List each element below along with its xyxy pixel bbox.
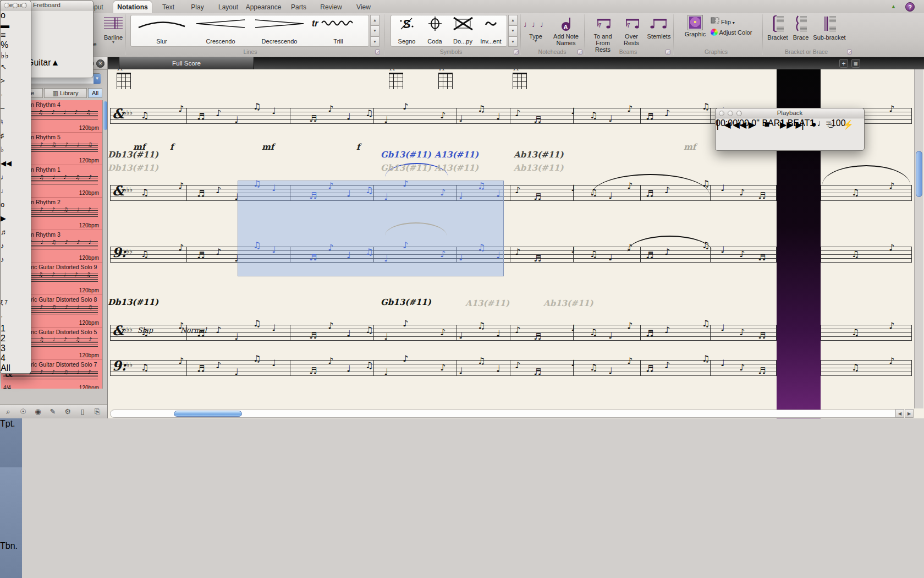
close-light-icon[interactable] [4,3,9,8]
ribbon-item-to-and-from-rests[interactable]: 𝄾7To and From Rests [587,15,618,53]
quarter-note-key[interactable]: ♩ [1,171,15,184]
record-button[interactable]: ● [811,119,827,132]
ribbon-item-type[interactable]: ♩♩♩Type▾ [524,15,548,43]
ideas-scrollbar[interactable] [102,100,107,389]
gallery-scroll-down-icon[interactable]: ▼ [508,25,518,36]
move-playback-line-to-end-button[interactable]: ▶▏ [796,119,812,132]
playback-titlebar[interactable]: Playback [716,108,864,118]
gallery-scroll-up-icon[interactable]: ▲ [370,15,380,25]
tenuto-key[interactable]: – [1,102,15,116]
score-vertical-scrollbar[interactable] [914,69,923,408]
rhythm-dot-key[interactable]: · [1,310,15,324]
ideas-scrollbar-thumb[interactable] [103,101,107,130]
keypad-voice-4-button[interactable]: 4 [1,353,31,363]
sixteenth-note-key[interactable]: ♬ [1,226,15,239]
bracket-dialog-launcher-icon[interactable]: ◿ [847,50,852,54]
new-tab-button[interactable]: + [839,59,848,68]
scroll-right-icon[interactable]: ▶ [905,409,914,418]
export-icon[interactable]: ⎘ [91,406,103,417]
ribbon-item-graphic[interactable]: Graphic [681,15,710,37]
play-button[interactable]: ▶ [749,119,765,132]
ribbon-tab-appearance[interactable]: Appearance [244,1,283,13]
flat-key[interactable]: ♭ [1,143,15,157]
ideas-tab-library[interactable]: ▥ Library [44,88,87,98]
sharp-key[interactable]: ♯ [1,129,15,143]
ribbon-tab-text[interactable]: Text [156,1,180,13]
channel-strip[interactable]: E. Gtr. [0,467,22,578]
ribbon-item-bracket[interactable]: Bracket [766,15,790,41]
beams-tremolos-tab[interactable]: ≡ [1,30,31,40]
window-lights[interactable] [719,111,742,116]
passage-selection[interactable] [238,181,504,276]
window-lights[interactable] [4,3,27,8]
close-light-icon[interactable] [719,111,724,116]
live-playback-button[interactable]: ⚡ [843,119,859,132]
common-notes-tab[interactable]: o [1,10,31,20]
minimize-light-icon[interactable] [13,3,18,8]
bulb-filled-icon[interactable]: ◉ [32,406,44,417]
keypad-voice-1-button[interactable]: 1 [1,324,31,334]
keypad-voice-all-button[interactable]: All [1,363,31,373]
fast-forward-button[interactable]: ▶▶ [780,119,796,132]
zoom-light-icon[interactable] [21,3,27,8]
rest-key[interactable]: ξ 7 [1,296,31,310]
eighth-note-key[interactable]: ♪ [1,239,15,253]
gallery-scroll-more-icon[interactable]: ▼ [508,36,518,47]
ribbon-tab-review[interactable]: Review [316,1,346,13]
beams-dialog-launcher-icon[interactable]: ◿ [666,50,670,54]
score-vertical-scrollbar-thumb[interactable] [916,151,922,197]
ribbon-tab-parts[interactable]: Parts [286,1,311,13]
ribbon-item-adjust-color[interactable]: Adjust Color [711,29,758,36]
rewind-key[interactable]: ◀◀ [1,157,15,171]
trash-icon[interactable]: ▯ [76,406,89,417]
gallery-item-crescendo[interactable]: Crescendo [192,17,249,45]
gallery-scroll-up-icon[interactable]: ▲ [508,15,518,25]
mouse-pointer-key[interactable]: ↖ [1,61,15,74]
ribbon-item-brace[interactable]: Brace [791,15,811,41]
accidentals-tab[interactable]: ♭♭ [1,50,31,61]
half-note-key[interactable]: ♩ [1,184,15,198]
document-tab-full-score[interactable]: Full Score [119,57,254,69]
rewind-button[interactable]: ◀◀ [733,119,749,132]
whole-note-key[interactable]: o [1,198,15,212]
gallery-item-slur[interactable]: Slur [133,17,190,45]
ribbon-item-over-rests[interactable]: 𝄾7Over Rests [619,15,644,46]
gallery-item-segno[interactable]: SSegno [393,17,420,45]
scroll-left-icon[interactable]: ◀ [895,409,904,418]
search-dropdown-icon[interactable]: ▼ [94,74,101,84]
ribbon-item-add-note-names[interactable]: AAdd Note Names [550,15,582,46]
score-horizontal-scrollbar[interactable] [110,410,900,418]
ideas-tab-all[interactable]: All [88,88,102,98]
natural-key[interactable]: ♮ [1,116,15,129]
zoom-light-icon[interactable] [736,111,742,116]
bulb-icon[interactable]: ☉ [17,406,29,417]
gallery-scroll-more-icon[interactable]: ▼ [370,36,380,47]
tie-key[interactable] [1,267,15,296]
gallery-item-coda[interactable]: Coda [421,17,448,45]
ribbon-tab-layout[interactable]: Layout [215,1,242,13]
stop-button[interactable]: ■ [765,119,780,132]
ribbon-item-stemlets[interactable]: Stemlets [645,15,673,40]
noteheads-dialog-launcher-icon[interactable]: ◿ [578,50,582,54]
more-notes-tab[interactable]: ▬ [1,20,31,30]
lines-gallery-scroll[interactable]: ▲▼▼ [370,15,380,47]
score-horizontal-scrollbar-thumb[interactable] [174,411,242,417]
gallery-item-decrescendo[interactable]: Decrescendo [251,17,308,45]
gallery-item-inv-ent[interactable]: Inv...ent [477,17,504,45]
collapse-ribbon-button[interactable]: ▲ [889,2,898,12]
keypad-voice-2-button[interactable]: 2 [1,334,31,343]
gallery-item-trill[interactable]: trTrill [310,17,367,45]
minimize-light-icon[interactable] [728,111,733,116]
staccato-key[interactable]: · [1,88,15,102]
gallery-item-do-py[interactable]: Do...py [449,17,476,45]
symbols-gallery-scroll[interactable]: ▲▼▼ [508,15,518,47]
accent-key[interactable]: > [1,74,15,88]
ribbon-item-sub-bracket[interactable]: Sub-bracket [812,15,847,41]
help-button[interactable]: ? [905,2,915,12]
ribbon-tab-notations[interactable]: Notations [113,1,152,13]
flexi-time-button[interactable]: ♨ [827,119,843,132]
jazz-articulations-tab[interactable]: % [1,40,31,50]
keypad-voice-3-button[interactable]: 3 [1,343,31,353]
ribbon-item-barline[interactable]: Barline▾ [102,15,124,44]
gallery-scroll-down-icon[interactable]: ▼ [370,25,380,36]
